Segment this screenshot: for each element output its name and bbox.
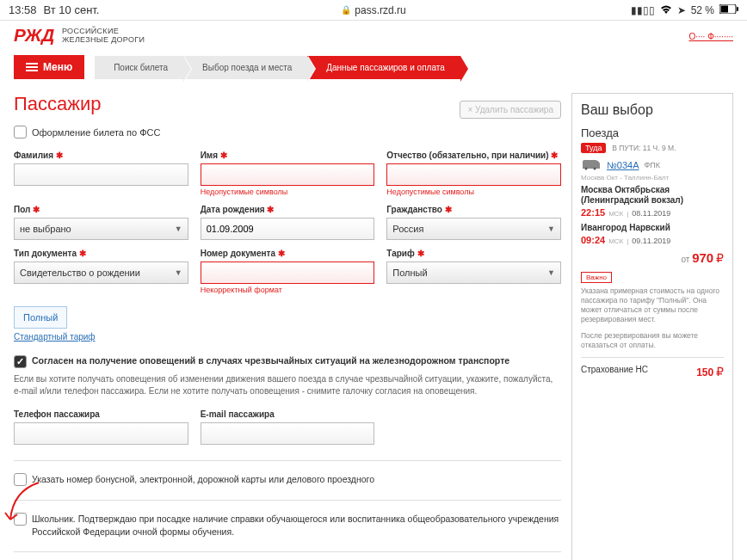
hamburger-icon — [26, 63, 38, 71]
sex-select[interactable]: не выбрано▼ — [14, 218, 188, 240]
signal-icon: ▮▮▯▯ — [631, 4, 655, 16]
important-badge: Важно — [581, 272, 612, 283]
field-doc-type: Тип документа ✱ Свидетельство о рождении… — [14, 249, 188, 294]
doc-num-input[interactable] — [201, 262, 375, 284]
crumb-passengers[interactable]: Данные пассажиров и оплата — [307, 56, 460, 79]
insurance-price: 150 — [696, 366, 713, 378]
notifications-description: Если вы хотите получать оповещения об из… — [14, 373, 561, 397]
svg-point-5 — [594, 168, 596, 170]
sidebar-title: Ваш выбор — [581, 102, 724, 118]
wifi-icon — [660, 4, 672, 16]
name-input[interactable] — [201, 163, 375, 186]
status-time: 13:58 — [9, 3, 37, 16]
name-error: Недопустимые символы — [201, 188, 375, 196]
standard-tariff-link[interactable]: Стандартный тариф — [14, 332, 561, 342]
bonus-checkbox[interactable] — [14, 473, 27, 486]
surname-input[interactable] — [14, 163, 188, 186]
bonus-label: Указать номер бонусной, электронной, дор… — [32, 473, 374, 486]
delete-passenger-button[interactable]: × Удалить пассажира — [460, 101, 561, 119]
depart-date: 08.11.2019 — [632, 209, 670, 218]
route-small: Москва Окт - Таллинн-Балт — [581, 174, 724, 182]
insurance-label: Страхование НС — [581, 365, 648, 378]
logo-tagline: Российские железные дороги — [62, 28, 145, 45]
ruble-icon: ₽ — [716, 251, 724, 265]
battery-pct: 52 % — [691, 4, 714, 16]
crumb-search[interactable]: Поиск билета — [95, 56, 183, 79]
field-doc-num: Номер документа ✱ Некорректный формат — [201, 249, 375, 294]
field-phone: Телефон пассажира — [14, 409, 188, 445]
train-number-link[interactable]: №034А — [607, 160, 639, 170]
sidebar-trains-label: Поезда — [581, 126, 724, 139]
header-account-link[interactable]: О∙∙∙∙ Ф∙∙∙∙∙∙∙∙ — [689, 32, 734, 41]
field-tariff: Тариф ✱ Полный▼ — [386, 249, 561, 294]
duration-text: В ПУТИ: 11 Ч. 9 М. — [612, 144, 676, 152]
breadcrumbs: Поиск билета Выбор поезда и места Данные… — [95, 56, 460, 79]
battery-icon — [719, 4, 738, 16]
page-title: Пассажир — [14, 93, 102, 115]
email-input[interactable] — [201, 422, 375, 445]
train-type: ФПК — [645, 161, 661, 169]
url-bar: pass.rzd.ru — [355, 4, 405, 16]
device-status-bar: 13:58 Вт 10 сент. 🔒 pass.rzd.ru ▮▮▯▯ ➤ 5… — [0, 0, 747, 20]
doc-num-error: Некорректный формат — [201, 286, 375, 294]
arrive-date: 09.11.2019 — [632, 237, 670, 245]
field-patronymic: Отчество (обязательно, при наличии) ✱ Не… — [386, 151, 561, 196]
field-sex: Пол ✱ не выбрано▼ — [14, 205, 188, 240]
chevron-down-icon: ▼ — [175, 268, 182, 277]
chevron-down-icon: ▼ — [175, 225, 182, 233]
status-date: Вт 10 сент. — [44, 3, 100, 16]
chevron-down-icon: ▼ — [547, 225, 555, 233]
lock-icon: 🔒 — [341, 5, 351, 15]
crumb-select[interactable]: Выбор поезда и места — [183, 56, 307, 79]
price-value: 970 — [692, 250, 713, 265]
doc-type-select[interactable]: Свидетельство о рождении▼ — [14, 262, 188, 284]
chevron-down-icon: ▼ — [547, 268, 555, 277]
svg-rect-2 — [737, 7, 738, 11]
station-from: Москва Октябрьская (Ленинградский вокзал… — [581, 185, 724, 206]
student-label: Школьник. Подтверждаю при посадке наличи… — [32, 513, 561, 538]
svg-text:РЖД: РЖД — [14, 25, 54, 45]
train-icon — [581, 158, 602, 172]
price-note: Указана примерная стоимость на одного па… — [581, 286, 724, 324]
your-choice-panel: Ваш выбор Поезда Туда В ПУТИ: 11 Ч. 9 М.… — [571, 93, 733, 560]
field-email: E-mail пассажира — [201, 409, 375, 445]
depart-tz: МСК — [608, 210, 623, 218]
tariff-select[interactable]: Полный▼ — [386, 262, 561, 284]
field-name: Имя ✱ Недопустимые символы — [201, 151, 375, 196]
patronymic-input[interactable] — [386, 163, 561, 186]
field-surname: Фамилия ✱ — [14, 151, 188, 196]
svg-point-4 — [585, 168, 588, 170]
notifications-label: Согласен на получение оповещений в случа… — [32, 355, 509, 366]
arrive-tz: МСК — [608, 237, 623, 245]
refund-note: После резервирования вы можете отказатьс… — [581, 331, 724, 350]
menu-button[interactable]: Меню — [14, 55, 84, 79]
rzd-logo-icon: РЖД — [14, 24, 55, 48]
notifications-checkbox[interactable]: ✓ — [14, 355, 27, 368]
ruble-icon: ₽ — [716, 365, 724, 378]
field-citizenship: Гражданство ✱ Россия▼ — [386, 205, 561, 240]
direction-badge: Туда — [581, 143, 606, 153]
dob-input[interactable] — [201, 218, 375, 240]
station-to: Ивангород Нарвский — [581, 223, 724, 233]
depart-time: 22:15 — [581, 207, 605, 218]
fss-checkbox[interactable] — [14, 126, 27, 138]
tariff-selected-chip: Полный — [14, 306, 67, 329]
site-header: РЖД Российские железные дороги О∙∙∙∙ Ф∙∙… — [0, 20, 747, 55]
svg-rect-1 — [721, 5, 729, 12]
patronymic-error: Недопустимые символы — [386, 188, 561, 196]
phone-input[interactable] — [14, 422, 188, 445]
citizenship-select[interactable]: Россия▼ — [386, 218, 561, 240]
field-dob: Дата рождения ✱ — [201, 205, 375, 240]
location-icon: ➤ — [677, 4, 686, 16]
student-checkbox[interactable] — [14, 513, 27, 526]
arrive-time: 09:24 — [581, 235, 605, 245]
fss-label: Оформление билета по ФСС — [32, 127, 160, 138]
